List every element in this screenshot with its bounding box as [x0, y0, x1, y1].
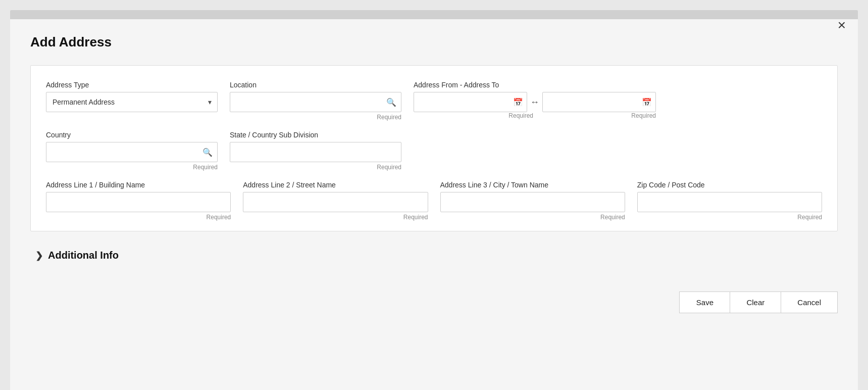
country-group: Country 🔍 Required [46, 131, 218, 171]
page-title: Add Address [30, 34, 838, 50]
country-input-wrapper: 🔍 [46, 142, 218, 162]
address-date-range-label: Address From - Address To [414, 81, 656, 89]
address-line1-input[interactable] [46, 192, 231, 212]
clear-button[interactable]: Clear [730, 291, 781, 313]
additional-info-section[interactable]: ❯ Additional Info [30, 239, 838, 271]
cancel-button[interactable]: Cancel [781, 291, 838, 313]
action-buttons: Save Clear Cancel [30, 286, 838, 313]
form-row-2: Country 🔍 Required State / Country Sub D… [46, 131, 822, 171]
state-input[interactable] [230, 142, 401, 162]
address-line1-required: Required [46, 214, 231, 221]
address-line2-group: Address Line 2 / Street Name Required [243, 181, 428, 221]
close-button[interactable]: × [838, 18, 846, 32]
date-range-inputs: 📅 ↔ 📅 [414, 92, 656, 112]
address-line1-label: Address Line 1 / Building Name [46, 181, 231, 189]
location-input[interactable] [230, 92, 401, 112]
modal: × Add Address Address Type Permanent Add… [10, 10, 858, 390]
top-bar [10, 10, 858, 19]
address-type-group: Address Type Permanent Address Temporary… [46, 81, 218, 112]
address-to-required: Required [536, 112, 656, 119]
country-label: Country [46, 131, 218, 139]
location-label: Location [230, 81, 401, 89]
address-date-range-group: Address From - Address To 📅 ↔ 📅 Required… [414, 81, 656, 119]
address-line2-input[interactable] [243, 192, 428, 212]
form-row-3: Address Line 1 / Building Name Required … [46, 181, 822, 221]
address-type-select-wrapper: Permanent Address Temporary Address Mail… [46, 92, 218, 112]
address-line2-required: Required [243, 214, 428, 221]
state-group: State / Country Sub Division Required [230, 131, 401, 171]
address-line3-required: Required [440, 214, 625, 221]
address-line3-group: Address Line 3 / City / Town Name Requir… [440, 181, 625, 221]
address-type-label: Address Type [46, 81, 218, 89]
address-line1-group: Address Line 1 / Building Name Required [46, 181, 231, 221]
main-form-section: Address Type Permanent Address Temporary… [30, 65, 838, 231]
zip-code-group: Zip Code / Post Code Required [637, 181, 822, 221]
save-button[interactable]: Save [679, 291, 730, 313]
additional-info-label: Additional Info [48, 250, 119, 261]
address-to-wrapper: 📅 [542, 92, 656, 112]
address-from-wrapper: 📅 [414, 92, 527, 112]
zip-code-input[interactable] [637, 192, 822, 212]
state-required: Required [230, 164, 401, 171]
address-type-select[interactable]: Permanent Address Temporary Address Mail… [46, 92, 218, 112]
address-line2-label: Address Line 2 / Street Name [243, 181, 428, 189]
country-required: Required [46, 164, 218, 171]
date-range-arrow-icon: ↔ [530, 97, 539, 108]
address-from-input[interactable] [414, 92, 527, 112]
zip-code-required: Required [637, 214, 822, 221]
location-input-wrapper: 🔍 [230, 92, 401, 112]
zip-code-label: Zip Code / Post Code [637, 181, 822, 189]
form-row-1: Address Type Permanent Address Temporary… [46, 81, 822, 121]
address-to-input[interactable] [542, 92, 656, 112]
date-required-row: Required Required [414, 112, 656, 119]
address-line3-label: Address Line 3 / City / Town Name [440, 181, 625, 189]
location-required: Required [230, 114, 401, 121]
state-label: State / Country Sub Division [230, 131, 401, 139]
chevron-right-icon: ❯ [35, 250, 43, 261]
address-from-required: Required [414, 112, 533, 119]
location-group: Location 🔍 Required [230, 81, 401, 121]
address-line3-input[interactable] [440, 192, 625, 212]
country-input[interactable] [46, 142, 218, 162]
